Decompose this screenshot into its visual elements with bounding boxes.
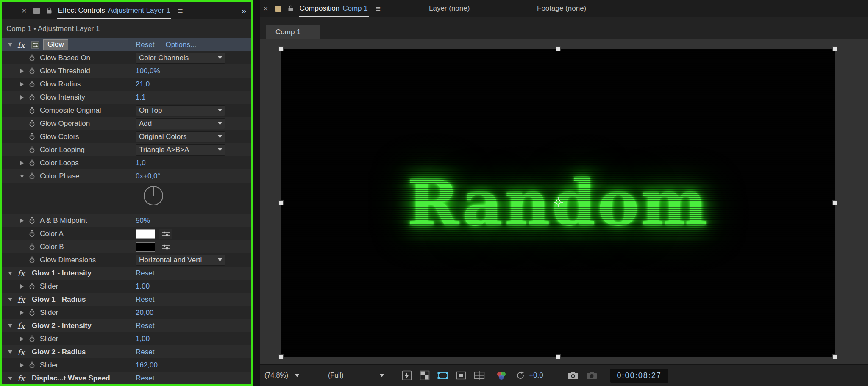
region-of-interest-icon[interactable] bbox=[456, 370, 466, 380]
show-snapshot-icon[interactable] bbox=[586, 370, 598, 380]
transparency-grid-icon[interactable] bbox=[420, 370, 430, 380]
stopwatch-icon[interactable] bbox=[29, 230, 36, 237]
panel-overflow-icon[interactable]: » bbox=[242, 6, 246, 16]
stopwatch-icon[interactable] bbox=[29, 159, 36, 167]
property-value[interactable]: 20,00 bbox=[136, 308, 154, 317]
lock-icon[interactable] bbox=[46, 7, 52, 14]
stopwatch-icon[interactable] bbox=[29, 217, 36, 224]
panel-menu-icon[interactable]: ≡ bbox=[178, 6, 183, 15]
property-value[interactable]: 1,0 bbox=[136, 159, 146, 167]
disclosure-right-icon[interactable] bbox=[19, 283, 25, 289]
property-value[interactable]: 1,1 bbox=[136, 93, 146, 102]
disclosure-down-icon[interactable] bbox=[7, 297, 13, 303]
disclosure-right-icon[interactable] bbox=[19, 218, 25, 224]
reset-link[interactable]: Reset bbox=[136, 322, 154, 330]
reset-link[interactable]: Reset bbox=[136, 295, 154, 304]
property-value[interactable]: 162,00 bbox=[136, 361, 158, 369]
close-panel-icon[interactable]: × bbox=[22, 6, 27, 15]
color-sliders-icon[interactable] bbox=[159, 242, 172, 252]
disclosure-down-icon[interactable] bbox=[7, 42, 13, 48]
disclosure-right-icon[interactable] bbox=[19, 94, 25, 100]
stopwatch-icon[interactable] bbox=[29, 120, 36, 127]
disclosure-right-icon[interactable] bbox=[19, 362, 25, 368]
property-value[interactable]: 50% bbox=[136, 217, 150, 225]
stopwatch-icon[interactable] bbox=[29, 54, 36, 61]
viewer-tab-comp1[interactable]: Comp 1 bbox=[266, 25, 320, 39]
fast-previews-icon[interactable] bbox=[402, 370, 412, 380]
color-looping-dropdown[interactable]: Triangle A>B>A bbox=[136, 144, 225, 156]
selection-handle[interactable] bbox=[832, 46, 837, 51]
anchor-point-icon[interactable] bbox=[552, 196, 564, 210]
fx-icon[interactable]: fx bbox=[17, 374, 29, 383]
composite-original-dropdown[interactable]: On Top bbox=[136, 105, 225, 116]
composition-canvas[interactable]: Random bbox=[281, 49, 835, 357]
stopwatch-icon[interactable] bbox=[29, 81, 36, 88]
options-link[interactable]: Options... bbox=[165, 41, 196, 49]
stopwatch-icon[interactable] bbox=[29, 94, 36, 101]
effect-group-row-glow2-intensity[interactable]: fx Glow 2 - Intensity Reset bbox=[2, 319, 251, 332]
reset-link[interactable]: Reset bbox=[136, 348, 154, 356]
disclosure-down-icon[interactable] bbox=[7, 323, 13, 329]
fx-icon[interactable]: fx bbox=[17, 321, 29, 330]
selection-handle[interactable] bbox=[278, 354, 284, 359]
disclosure-right-icon[interactable] bbox=[19, 160, 25, 166]
color-b-swatch[interactable] bbox=[136, 242, 155, 252]
stopwatch-icon[interactable] bbox=[29, 172, 36, 180]
mask-shape-visibility-icon[interactable] bbox=[437, 370, 448, 380]
timecode-display[interactable]: 0:00:08:27 bbox=[610, 369, 668, 383]
property-value[interactable]: 1,00 bbox=[136, 282, 150, 291]
effect-header-row[interactable]: fx Glow Reset Options... bbox=[2, 38, 251, 51]
color-a-swatch[interactable] bbox=[136, 229, 155, 239]
property-value[interactable]: 100,0% bbox=[136, 67, 160, 75]
glow-based-on-dropdown[interactable]: Color Channels bbox=[136, 53, 225, 64]
grid-guides-icon[interactable] bbox=[474, 370, 485, 380]
stopwatch-icon[interactable] bbox=[29, 335, 36, 342]
reset-link[interactable]: Reset bbox=[136, 269, 154, 278]
selection-handle[interactable] bbox=[556, 354, 561, 359]
selection-handle[interactable] bbox=[832, 354, 837, 359]
reset-link[interactable]: Reset bbox=[136, 41, 154, 49]
effect-group-row-displacement-wave-speed[interactable]: fx Displac...t Wave Speed Reset bbox=[2, 372, 251, 385]
stopwatch-icon[interactable] bbox=[29, 309, 36, 316]
color-sliders-icon[interactable] bbox=[159, 229, 172, 239]
tab-composition[interactable]: Composition Comp 1 bbox=[300, 4, 368, 13]
property-value[interactable]: 21,0 bbox=[136, 80, 150, 89]
tab-layer[interactable]: Layer (none) bbox=[429, 0, 470, 17]
stopwatch-icon[interactable] bbox=[29, 361, 36, 369]
fx-icon[interactable]: fx bbox=[17, 269, 29, 278]
selection-handle[interactable] bbox=[278, 46, 284, 51]
stopwatch-icon[interactable] bbox=[29, 67, 36, 75]
exposure-control[interactable]: +0,0 bbox=[515, 370, 543, 380]
disclosure-down-icon[interactable] bbox=[7, 375, 13, 381]
tab-footage[interactable]: Footage (none) bbox=[537, 0, 586, 17]
disclosure-right-icon[interactable] bbox=[19, 81, 25, 87]
fx-icon[interactable]: fx bbox=[17, 347, 29, 357]
effect-group-row-glow1-intensity[interactable]: fx Glow 1 - Intensity Reset bbox=[2, 267, 251, 280]
effect-name[interactable]: Glow bbox=[43, 39, 68, 50]
magnification-dropdown[interactable]: (74,8%) bbox=[264, 372, 299, 379]
exposure-value[interactable]: +0,0 bbox=[529, 371, 543, 380]
disclosure-right-icon[interactable] bbox=[19, 310, 25, 316]
disclosure-right-icon[interactable] bbox=[19, 68, 25, 74]
glow-dimensions-dropdown[interactable]: Horizontal and Verti bbox=[136, 255, 225, 266]
stopwatch-icon[interactable] bbox=[29, 107, 36, 114]
stopwatch-icon[interactable] bbox=[29, 146, 36, 153]
stopwatch-icon[interactable] bbox=[29, 283, 36, 290]
tab-effect-controls[interactable]: Effect Controls Adjustment Layer 1 bbox=[58, 6, 170, 15]
effect-group-row-glow2-radius[interactable]: fx Glow 2 - Radius Reset bbox=[2, 345, 251, 358]
selection-handle[interactable] bbox=[278, 200, 284, 205]
fx-icon[interactable]: fx bbox=[17, 40, 29, 50]
disclosure-right-icon[interactable] bbox=[19, 336, 25, 342]
glow-operation-dropdown[interactable]: Add bbox=[136, 118, 225, 129]
show-channels-icon[interactable] bbox=[496, 370, 507, 380]
stopwatch-icon[interactable] bbox=[29, 256, 36, 264]
stopwatch-icon[interactable] bbox=[29, 243, 36, 250]
effect-group-row-glow1-radius[interactable]: fx Glow 1 - Radius Reset bbox=[2, 293, 251, 306]
glow-colors-dropdown[interactable]: Original Colors bbox=[136, 131, 225, 142]
close-panel-icon[interactable]: × bbox=[263, 4, 268, 13]
resolution-dropdown[interactable]: (Full) bbox=[328, 372, 384, 379]
take-snapshot-icon[interactable] bbox=[567, 370, 579, 380]
lock-icon[interactable] bbox=[288, 5, 294, 12]
angle-dial[interactable] bbox=[142, 185, 164, 207]
selection-handle[interactable] bbox=[832, 200, 837, 205]
